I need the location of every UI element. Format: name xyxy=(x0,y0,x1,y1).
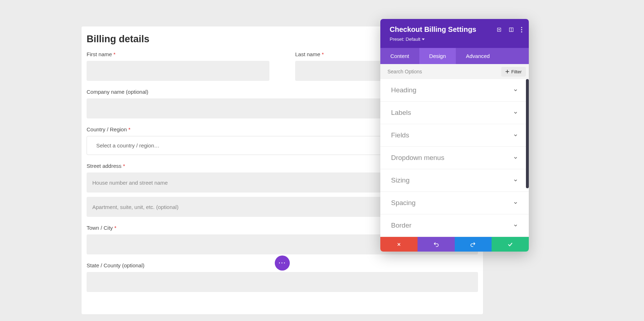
panel-header-actions xyxy=(497,27,522,33)
undo-button[interactable] xyxy=(418,237,455,252)
section-spacing-label: Spacing xyxy=(391,199,416,207)
first-name-label-text: First name xyxy=(87,51,112,57)
required-asterisk: * xyxy=(322,51,324,57)
section-dropdown-menus[interactable]: Dropdown menus xyxy=(380,147,529,169)
check-icon xyxy=(507,242,513,247)
chevron-down-icon xyxy=(513,155,518,160)
first-name-input[interactable] xyxy=(87,61,269,81)
preset-label: Preset: Default xyxy=(390,37,420,42)
undo-icon xyxy=(433,242,439,247)
close-icon xyxy=(396,242,401,247)
section-fields[interactable]: Fields xyxy=(380,124,529,147)
filter-button[interactable]: Filter xyxy=(501,67,526,77)
chevron-down-icon xyxy=(513,178,518,183)
settings-panel: Checkout Billing Settings Preset: Defaul… xyxy=(380,19,529,252)
caret-down-icon xyxy=(422,38,425,41)
chevron-down-icon xyxy=(513,88,518,93)
redo-button[interactable] xyxy=(455,237,492,252)
more-icon[interactable] xyxy=(521,27,522,33)
ellipsis-icon: … xyxy=(278,256,287,266)
section-dropdown-label: Dropdown menus xyxy=(391,154,444,162)
scrollbar[interactable] xyxy=(526,79,529,188)
search-input[interactable] xyxy=(387,69,501,74)
first-name-group: First name * xyxy=(87,51,269,81)
section-sizing-label: Sizing xyxy=(391,176,410,184)
section-heading[interactable]: Heading xyxy=(380,79,529,102)
plus-icon xyxy=(506,70,509,73)
chevron-down-icon xyxy=(513,223,518,228)
search-bar: Filter xyxy=(380,64,529,79)
module-options-fab[interactable]: … xyxy=(275,256,290,271)
svg-point-5 xyxy=(521,29,522,30)
section-labels-label: Labels xyxy=(391,109,411,117)
save-button[interactable] xyxy=(492,237,529,252)
section-spacing[interactable]: Spacing xyxy=(380,192,529,214)
required-asterisk: * xyxy=(114,225,117,231)
svg-point-6 xyxy=(521,31,522,32)
panel-tabs: Content Design Advanced xyxy=(380,48,529,64)
section-border[interactable]: Border xyxy=(380,214,529,237)
expand-icon[interactable] xyxy=(497,27,502,32)
svg-point-4 xyxy=(521,27,522,28)
town-label-text: Town / City xyxy=(87,225,113,231)
panel-footer xyxy=(380,237,529,252)
country-label-text: Country / Region xyxy=(87,126,127,132)
country-select-value: Select a country / region… xyxy=(96,142,160,149)
chevron-down-icon xyxy=(513,200,518,205)
tab-advanced[interactable]: Advanced xyxy=(456,48,500,64)
section-fields-label: Fields xyxy=(391,131,409,139)
tabs-spacer xyxy=(500,48,529,64)
required-asterisk: * xyxy=(113,51,116,57)
required-asterisk: * xyxy=(123,163,125,169)
chevron-down-icon xyxy=(513,110,518,115)
tab-design[interactable]: Design xyxy=(419,48,456,64)
first-name-label: First name * xyxy=(87,51,269,57)
state-input[interactable] xyxy=(87,272,478,292)
sections-list: Heading Labels Fields Dropdown menus Siz… xyxy=(380,79,529,237)
section-heading-label: Heading xyxy=(391,86,416,94)
panel-header: Checkout Billing Settings Preset: Defaul… xyxy=(380,19,529,48)
last-name-label-text: Last name xyxy=(295,51,320,57)
redo-icon xyxy=(470,242,476,247)
section-border-label: Border xyxy=(391,222,411,229)
filter-label: Filter xyxy=(511,69,522,74)
chevron-down-icon xyxy=(513,133,518,138)
street-label-text: Street address xyxy=(87,163,122,169)
section-sizing[interactable]: Sizing xyxy=(380,169,529,192)
section-labels[interactable]: Labels xyxy=(380,102,529,124)
snap-icon[interactable] xyxy=(509,27,514,32)
tab-content[interactable]: Content xyxy=(380,48,419,64)
preset-selector[interactable]: Preset: Default xyxy=(390,37,425,42)
svg-point-1 xyxy=(499,29,499,30)
required-asterisk: * xyxy=(128,126,131,132)
cancel-button[interactable] xyxy=(380,237,418,252)
